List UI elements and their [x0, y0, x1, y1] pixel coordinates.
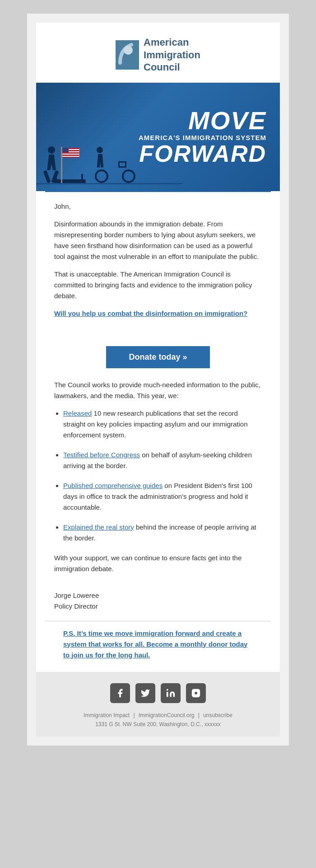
runner-figure — [45, 146, 58, 183]
footer-links: Immigration Impact | ImmigrationCouncil.… — [45, 712, 271, 718]
hero-forward-text: FORWARD — [139, 142, 266, 165]
donate-section: Donate today » — [36, 335, 280, 380]
bike-figure — [95, 147, 135, 183]
ps-section: P.S. It’s time we move immigration forwa… — [45, 621, 271, 672]
logo-icon — [116, 40, 139, 70]
explained-link[interactable]: Explained the real story — [63, 523, 134, 531]
instagram-icon[interactable] — [186, 683, 206, 703]
linkedin-icon[interactable] — [161, 683, 181, 703]
logo-container: American Immigration Council — [116, 36, 200, 74]
svg-rect-2 — [167, 692, 168, 697]
logo-text: American Immigration Council — [144, 36, 200, 74]
svg-point-3 — [167, 689, 168, 690]
list-item: Published comprehensive guides on Presid… — [63, 480, 262, 513]
ground-line — [36, 183, 182, 184]
immigration-council-link[interactable]: ImmigrationCouncil.org — [139, 712, 194, 718]
svg-point-1 — [124, 46, 133, 55]
unsubscribe-link[interactable]: unsubscribe — [203, 712, 232, 718]
signature-section: Jorge Loweree Policy Director — [36, 590, 280, 621]
email-container: American Immigration Council — [36, 23, 280, 737]
paragraph1: Disinformation abounds in the immigratio… — [54, 219, 262, 262]
immigration-impact-link[interactable]: Immigration Impact — [84, 712, 130, 718]
linkedin-svg — [166, 688, 176, 698]
testified-link[interactable]: Testified before Congress — [63, 451, 140, 459]
question-paragraph: Will you help us combat the disinformati… — [54, 308, 262, 319]
donate-button[interactable]: Donate today » — [106, 346, 209, 368]
header: American Immigration Council — [36, 23, 280, 83]
published-link[interactable]: Published comprehensive guides — [63, 482, 163, 489]
facebook-icon[interactable] — [110, 683, 130, 703]
facebook-svg — [115, 688, 125, 698]
closing-paragraph: With your support, we can continue to en… — [54, 553, 262, 574]
bench-leg2 — [81, 174, 83, 183]
achievement-list: Released 10 new research publications th… — [54, 408, 262, 544]
list-item: Released 10 new research publications th… — [63, 408, 262, 441]
hero-banner: MOVE AMERICA'S IMMIGRATION SYSTEM FORWAR… — [36, 83, 280, 191]
signature-name: Jorge Loweree — [54, 590, 262, 601]
footer-address: 1331 G St. NW Suite 200, Washington, D.C… — [45, 721, 271, 727]
hero-move-text: MOVE — [139, 108, 266, 133]
paragraph2: That is unacceptable. The American Immig… — [54, 269, 262, 301]
bullet-list-section: The Council works to provide much-needed… — [36, 380, 280, 590]
twitter-svg — [140, 688, 150, 698]
social-icons-row — [45, 683, 271, 703]
body-intro: The Council works to provide much-needed… — [54, 380, 262, 401]
content-area: John, Disinformation abounds in the immi… — [36, 192, 280, 335]
hero-text: MOVE AMERICA'S IMMIGRATION SYSTEM FORWAR… — [139, 108, 266, 166]
ps-link[interactable]: P.S. It’s time we move immigration forwa… — [63, 629, 247, 659]
greeting-text: John, — [54, 201, 262, 212]
signature-title: Policy Director — [54, 601, 262, 612]
released-link[interactable]: Released — [63, 409, 92, 417]
footer: Immigration Impact | ImmigrationCouncil.… — [36, 672, 280, 737]
instagram-svg — [191, 688, 201, 698]
list-item: Testified before Congress on behalf of a… — [63, 450, 262, 471]
twitter-icon[interactable] — [135, 683, 155, 703]
email-wrapper: American Immigration Council — [27, 14, 289, 746]
svg-rect-0 — [116, 40, 139, 70]
bike-basket — [118, 161, 126, 168]
question-link[interactable]: Will you help us combat the disinformati… — [54, 310, 247, 317]
flag-pole — [61, 147, 62, 183]
list-item: Explained the real story behind the incr… — [63, 522, 262, 544]
